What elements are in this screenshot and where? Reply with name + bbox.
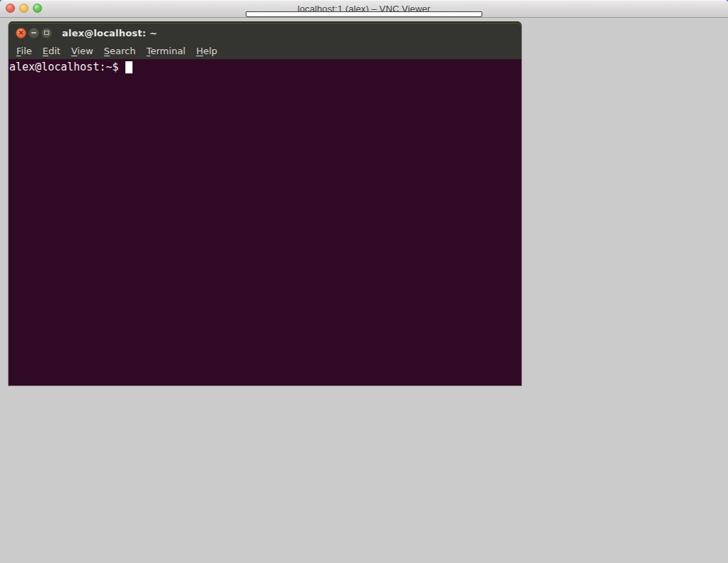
- terminal-cursor: [125, 61, 132, 73]
- vnc-toolbar-tab[interactable]: [246, 11, 482, 17]
- terminal-window: ✕ alex@localhost: ~ File Edit View Searc…: [8, 21, 522, 386]
- terminal-title: alex@localhost: ~: [62, 28, 157, 38]
- menu-item-terminal[interactable]: Terminal: [142, 44, 190, 58]
- maximize-icon: [44, 31, 49, 35]
- shell-prompt: alex@localhost:~$: [9, 61, 119, 73]
- menu-item-help[interactable]: Help: [192, 44, 222, 58]
- mac-zoom-button[interactable]: [33, 4, 42, 13]
- mac-minimize-button[interactable]: [19, 4, 28, 13]
- terminal-menubar: File Edit View Search Terminal Help: [9, 43, 521, 59]
- terminal-chrome: ✕ alex@localhost: ~ File Edit View Searc…: [9, 21, 521, 59]
- menu-item-view[interactable]: View: [67, 44, 98, 58]
- terminal-titlebar[interactable]: ✕ alex@localhost: ~: [9, 21, 521, 43]
- menu-item-search[interactable]: Search: [100, 44, 140, 58]
- mac-window-controls: [6, 4, 42, 13]
- terminal-screen[interactable]: alex@localhost:~$: [9, 59, 521, 386]
- minimize-icon: [31, 32, 36, 33]
- close-icon: ✕: [19, 30, 24, 36]
- terminal-maximize-button[interactable]: [41, 28, 52, 38]
- menu-item-edit[interactable]: Edit: [38, 44, 65, 58]
- terminal-window-controls: ✕: [16, 28, 52, 38]
- terminal-close-button[interactable]: ✕: [16, 28, 26, 38]
- terminal-minimize-button[interactable]: [28, 28, 39, 38]
- remote-desktop[interactable]: ✕ alex@localhost: ~ File Edit View Searc…: [0, 18, 728, 563]
- menu-item-file[interactable]: File: [12, 44, 36, 58]
- terminal-prompt-line: alex@localhost:~$: [9, 61, 521, 73]
- mac-close-button[interactable]: [6, 4, 15, 13]
